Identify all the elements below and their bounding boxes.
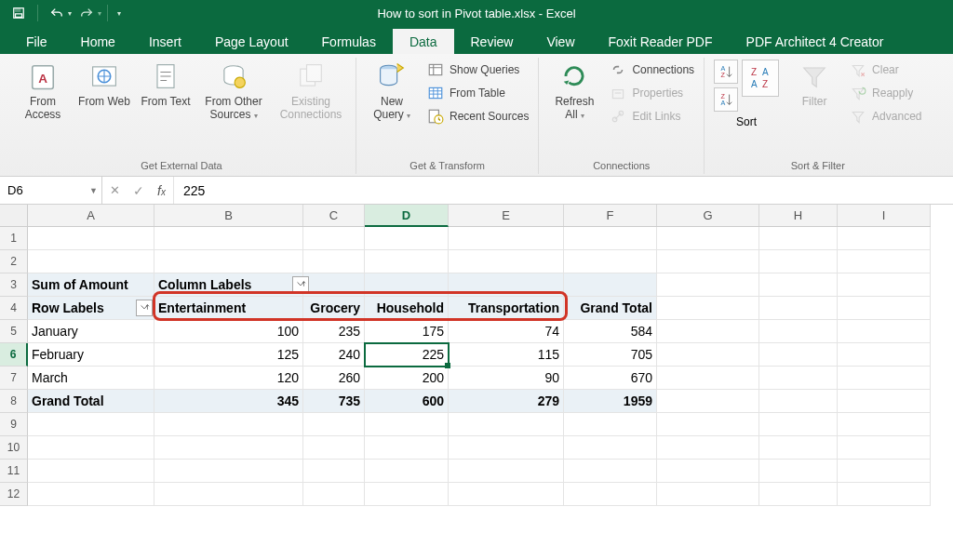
select-all-button[interactable]: [0, 205, 28, 227]
cell[interactable]: [154, 227, 303, 250]
column-labels-filter-button[interactable]: [292, 276, 309, 293]
cell[interactable]: [28, 436, 154, 460]
cell[interactable]: 345: [154, 390, 303, 413]
properties-button[interactable]: Properties: [610, 83, 694, 103]
cell[interactable]: [759, 320, 838, 343]
cell[interactable]: [449, 250, 564, 273]
cell[interactable]: [154, 250, 303, 273]
cell[interactable]: 260: [303, 367, 365, 390]
row-headers[interactable]: 123456789101112: [0, 227, 28, 506]
cell[interactable]: 705: [564, 343, 657, 367]
cell[interactable]: [365, 273, 449, 297]
tab-page-layout[interactable]: Page Layout: [198, 29, 305, 54]
tab-data[interactable]: Data: [393, 29, 454, 54]
cell[interactable]: [365, 436, 449, 460]
cell[interactable]: [657, 320, 759, 343]
cell[interactable]: [657, 436, 759, 460]
cell[interactable]: [449, 227, 564, 250]
row-header-7[interactable]: 7: [0, 367, 28, 390]
cell[interactable]: 100: [154, 320, 303, 343]
cell[interactable]: [759, 227, 838, 250]
cell[interactable]: [759, 460, 838, 483]
cell[interactable]: [657, 390, 759, 413]
cell[interactable]: February: [28, 343, 154, 367]
cell[interactable]: [759, 343, 838, 367]
cell[interactable]: [303, 483, 365, 506]
cell[interactable]: [759, 297, 838, 320]
cell[interactable]: 225: [365, 343, 449, 367]
cell[interactable]: Transportation: [449, 297, 564, 320]
cell[interactable]: 240: [303, 343, 365, 367]
cell[interactable]: 115: [449, 343, 564, 367]
row-header-1[interactable]: 1: [0, 227, 28, 250]
tab-pdf-architect[interactable]: PDF Architect 4 Creator: [730, 29, 901, 54]
cell[interactable]: [365, 483, 449, 506]
cell[interactable]: [838, 297, 931, 320]
row-header-6[interactable]: 6: [0, 343, 28, 367]
cell[interactable]: [564, 413, 657, 436]
cell[interactable]: [449, 273, 564, 297]
cell[interactable]: [838, 390, 931, 413]
cell[interactable]: [759, 436, 838, 460]
cell[interactable]: 600: [365, 390, 449, 413]
cell[interactable]: [365, 413, 449, 436]
cell[interactable]: January: [28, 320, 154, 343]
cell[interactable]: [303, 227, 365, 250]
undo-dropdown[interactable]: ▾: [68, 9, 72, 18]
sort-asc-button[interactable]: AZ: [714, 60, 738, 84]
cell[interactable]: [838, 320, 931, 343]
col-header-G[interactable]: G: [657, 205, 759, 226]
tab-home[interactable]: Home: [64, 29, 132, 54]
cell[interactable]: 175: [365, 320, 449, 343]
from-access-button[interactable]: A From Access: [17, 60, 69, 121]
cell[interactable]: 584: [564, 320, 657, 343]
cell[interactable]: [564, 227, 657, 250]
cell[interactable]: [365, 250, 449, 273]
sort-button[interactable]: Sort: [714, 115, 779, 128]
row-header-2[interactable]: 2: [0, 250, 28, 273]
cell[interactable]: [449, 436, 564, 460]
cell[interactable]: [365, 460, 449, 483]
cell[interactable]: [657, 413, 759, 436]
cell[interactable]: [564, 436, 657, 460]
col-header-D[interactable]: D: [365, 205, 449, 227]
cell[interactable]: [154, 436, 303, 460]
cell[interactable]: [303, 436, 365, 460]
cell[interactable]: Grand Total: [28, 390, 154, 413]
col-header-E[interactable]: E: [449, 205, 564, 226]
cell[interactable]: [154, 413, 303, 436]
cell[interactable]: [303, 460, 365, 483]
tab-foxit[interactable]: Foxit Reader PDF: [592, 29, 730, 54]
from-other-sources-button[interactable]: From Other Sources: [201, 60, 266, 121]
cell[interactable]: [564, 273, 657, 297]
cell[interactable]: [759, 273, 838, 297]
cell[interactable]: Column Labels: [154, 273, 303, 297]
clear-filter-button[interactable]: Clear: [850, 60, 921, 80]
insert-function-icon[interactable]: fx: [157, 183, 166, 198]
cell[interactable]: [303, 273, 365, 297]
cell[interactable]: [838, 273, 931, 297]
cell[interactable]: Entertainment: [154, 297, 303, 320]
tab-file[interactable]: File: [9, 29, 64, 54]
cell[interactable]: [449, 483, 564, 506]
cell[interactable]: [365, 227, 449, 250]
from-web-button[interactable]: From Web: [78, 60, 130, 108]
name-box-dropdown-icon[interactable]: ▼: [89, 186, 98, 195]
connections-button[interactable]: Connections: [610, 60, 694, 80]
cell[interactable]: [657, 460, 759, 483]
from-table-button[interactable]: From Table: [427, 83, 529, 103]
row-header-3[interactable]: 3: [0, 273, 28, 297]
redo-button[interactable]: [74, 3, 100, 23]
cell[interactable]: 125: [154, 343, 303, 367]
cell[interactable]: Grand Total: [564, 297, 657, 320]
new-query-button[interactable]: New Query: [366, 60, 418, 121]
show-queries-button[interactable]: Show Queries: [427, 60, 529, 80]
row-header-9[interactable]: 9: [0, 413, 28, 436]
cell[interactable]: 120: [154, 367, 303, 390]
tab-formulas[interactable]: Formulas: [305, 29, 393, 54]
cell[interactable]: [759, 483, 838, 506]
qat-customize[interactable]: ▾: [117, 9, 121, 18]
cells-area[interactable]: Sum of AmountColumn LabelsRow LabelsEnte…: [28, 227, 931, 506]
cell[interactable]: Household: [365, 297, 449, 320]
tab-insert[interactable]: Insert: [132, 29, 198, 54]
